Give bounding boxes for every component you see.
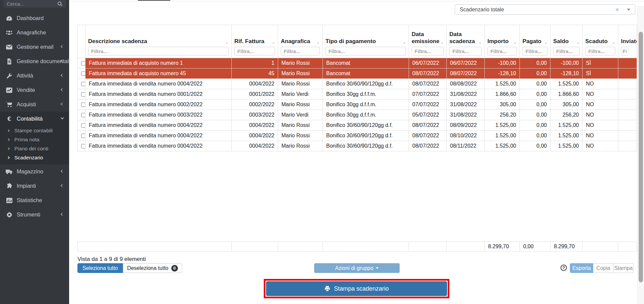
row-checkbox[interactable] — [81, 61, 85, 65]
column-header-scadenza[interactable]: Data scadenza▲ — [447, 25, 485, 58]
sidebar-item-statistiche[interactable]: Statistiche — [0, 193, 69, 207]
column-header-emissione[interactable]: Data emissione▲ — [409, 25, 447, 58]
cell-anagrafica: Mario Rossi — [278, 120, 323, 131]
column-header-rif[interactable]: Rif. Fattura▲ — [232, 25, 278, 58]
column-header-pagato[interactable]: Pagato▲ — [520, 25, 551, 58]
table-row[interactable]: Fattura immediata di vendita numero 0004… — [78, 141, 637, 151]
row-checkbox[interactable] — [81, 103, 85, 107]
column-header-inviato[interactable]: Inviato▲ — [618, 25, 637, 58]
cell-checkbox — [78, 120, 85, 131]
chevron-left-icon — [61, 88, 64, 91]
cell-emissione: 08/07/2022 — [409, 79, 447, 89]
total-rif — [232, 242, 278, 252]
filter-input-emissione[interactable] — [412, 47, 444, 55]
sidebar-item-impianti[interactable]: Impianti — [0, 179, 69, 193]
sidebar-item-gestione-documentale[interactable]: Gestione documentale — [0, 54, 69, 68]
filter-input-pagato[interactable] — [522, 47, 548, 55]
sidebar-item-magazzino[interactable]: Magazzino — [0, 164, 69, 179]
sidebar-item-gestione-email[interactable]: Gestione email — [0, 40, 69, 54]
sidebar-item-contabilita[interactable]: €Contabilità — [0, 112, 69, 126]
cell-saldo: 1.525,00 — [551, 141, 583, 151]
row-checkbox[interactable] — [81, 71, 85, 76]
total-anagrafica — [278, 242, 323, 252]
filter-input-rif[interactable] — [234, 47, 275, 55]
schedule-view-select[interactable]: Scadenzario totale × — [455, 4, 635, 15]
filter-input-importo[interactable] — [487, 47, 517, 55]
cell-scadenza: 06/07/2022 — [447, 58, 485, 68]
sidebar-item-piano-dei-conti[interactable]: Piano dei conti — [0, 144, 69, 153]
cell-desc: Fattura immediata di vendita numero 0003… — [85, 110, 232, 120]
row-checkbox[interactable] — [81, 123, 85, 128]
sidebar-item-label: Contabilità — [17, 116, 43, 122]
column-header-desc[interactable]: Descrizione scadenza▲ — [85, 25, 232, 58]
help-icon[interactable]: ? — [561, 265, 567, 271]
select-all-button[interactable]: Seleziona tutto — [77, 263, 123, 273]
row-checkbox[interactable] — [81, 113, 85, 117]
cell-emissione: 08/07/2022 — [409, 141, 447, 151]
table-row[interactable]: Fattura immediata di vendita numero 0001… — [78, 89, 637, 100]
cell-pagato: 0,00 — [520, 120, 551, 131]
sidebar-item-acquisti[interactable]: Acquisti — [0, 97, 69, 112]
sort-icon: ▲ — [402, 41, 406, 45]
filter-input-saldo[interactable] — [553, 47, 580, 55]
scrollbar-track[interactable] — [637, 6, 644, 304]
sidebar-item-dashboard[interactable]: Dashboard — [0, 11, 69, 25]
clear-icon[interactable]: × — [615, 7, 627, 13]
row-checkbox[interactable] — [81, 144, 85, 148]
sidebar-subitem-label: Piano dei conti — [14, 146, 48, 152]
cell-tipo: Bonifico 30gg d.f.f.m. — [323, 110, 409, 120]
deselect-all-button[interactable]: Deseleziona tutto 0 — [123, 263, 182, 273]
cell-inviato — [618, 141, 637, 151]
sidebar-item-scadenzario[interactable]: Scadenzario — [0, 153, 69, 162]
copy-button[interactable]: Copia — [593, 263, 614, 273]
table-row[interactable]: Fattura immediata di vendita numero 0004… — [78, 131, 637, 141]
table-row[interactable]: Fattura immediata di vendita numero 0002… — [78, 100, 637, 110]
filter-input-scaduto[interactable] — [585, 47, 615, 55]
export-button[interactable]: Esporta — [570, 263, 593, 273]
filter-input-anagrafica[interactable] — [281, 47, 320, 55]
cell-checkbox — [78, 110, 85, 120]
cell-emissione: 07/07/2022 — [409, 100, 447, 110]
cell-scaduto: NO — [583, 89, 618, 100]
table-row[interactable]: Fattura immediata di acquisto numero 11M… — [78, 58, 637, 68]
filter-input-desc[interactable] — [88, 47, 229, 55]
table-row[interactable]: Fattura immediata di acquisto numero 454… — [78, 68, 637, 79]
group-actions-button[interactable]: Azioni di gruppo — [314, 263, 400, 273]
cell-saldo: 1.525,00 — [551, 120, 583, 131]
column-header-importo[interactable]: Importo▲ — [485, 25, 520, 58]
sidebar-item-vendite[interactable]: Vendite — [0, 83, 69, 97]
cell-checkbox — [78, 100, 85, 110]
column-header-saldo[interactable]: Saldo▲ — [551, 25, 583, 58]
row-checkbox[interactable] — [81, 82, 85, 86]
table-row[interactable]: Fattura immediata di vendita numero 0004… — [78, 79, 637, 89]
table-row[interactable]: Fattura immediata di vendita numero 0004… — [78, 120, 637, 131]
column-header-scaduto[interactable]: Scaduto▲ — [583, 25, 618, 58]
search-icon[interactable] — [57, 1, 62, 6]
sidebar-item-attivita[interactable]: Attività — [0, 68, 69, 83]
print-schedule-button[interactable]: Stampa scadenzario — [266, 281, 447, 296]
filter-input-scadenza[interactable] — [449, 47, 482, 55]
sidebar-item-strumenti[interactable]: Strumenti — [0, 207, 69, 222]
cell-desc: Fattura immediata di vendita numero 0004… — [85, 131, 232, 141]
filter-input-inviato[interactable] — [621, 47, 628, 55]
view-select-value: Scadenzario totale — [460, 7, 504, 13]
cell-anagrafica: Mario Verdi — [278, 89, 323, 100]
print-button[interactable]: Stampa — [614, 263, 634, 273]
column-label: Tipo di pagamento — [326, 38, 376, 45]
selection-buttons: Seleziona tutto Deseleziona tutto 0 — [77, 263, 182, 273]
sort-icon: ▲ — [271, 41, 275, 45]
sidebar-item-label: Vendite — [17, 87, 35, 93]
column-header-anagrafica[interactable]: Anagrafica▲ — [278, 25, 323, 58]
search-input[interactable] — [7, 1, 57, 7]
sidebar-item-stampe-contabili[interactable]: Stampe contabili — [0, 126, 69, 135]
column-header-tipo[interactable]: Tipo di pagamento▲ — [323, 25, 409, 58]
filter-input-tipo[interactable] — [326, 47, 406, 55]
table-row[interactable]: Fattura immediata di vendita numero 0003… — [78, 110, 637, 120]
sidebar-item-anagrafiche[interactable]: Anagrafiche — [0, 25, 69, 40]
row-checkbox[interactable] — [81, 92, 85, 97]
wrench-icon — [5, 73, 13, 79]
scrollbar-thumb[interactable] — [639, 32, 643, 282]
cell-saldo: 1.866,60 — [551, 89, 583, 100]
sidebar-item-prima-nota[interactable]: Prima nota — [0, 135, 69, 144]
row-checkbox[interactable] — [81, 134, 85, 138]
